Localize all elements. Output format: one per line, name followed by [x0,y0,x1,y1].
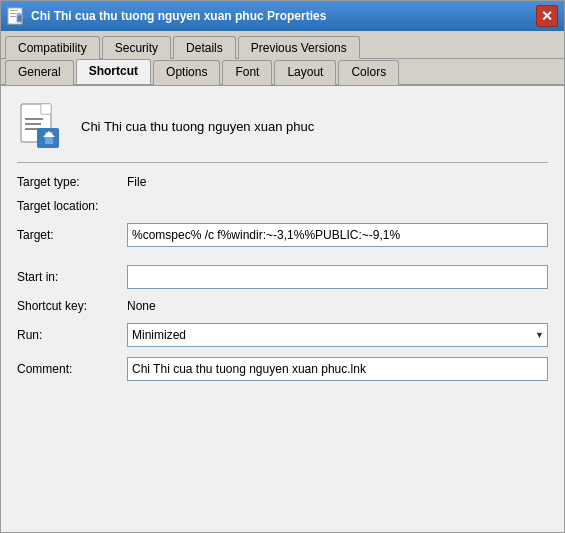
title-bar: Chi Thi cua thu tuong nguyen xuan phuc P… [1,1,564,31]
window-title: Chi Thi cua thu tuong nguyen xuan phuc P… [31,9,536,23]
shortcut-key-row: Shortcut key: None [17,299,548,313]
comment-input[interactable] [127,357,548,381]
svg-rect-8 [41,104,51,114]
close-button[interactable]: ✕ [536,5,558,27]
run-select[interactable]: Minimized Normal window Maximized [127,323,548,347]
tab-layout[interactable]: Layout [274,60,336,85]
tab-details[interactable]: Details [173,36,236,59]
tab-general[interactable]: General [5,60,74,85]
start-in-label: Start in: [17,270,127,284]
properties-window: Chi Thi cua thu tuong nguyen xuan phuc P… [0,0,565,533]
run-row: Run: Minimized Normal window Maximized [17,323,548,347]
svg-marker-4 [17,15,22,22]
comment-label: Comment: [17,362,127,376]
start-in-input[interactable] [127,265,548,289]
shortcut-key-label: Shortcut key: [17,299,127,313]
run-select-wrapper: Minimized Normal window Maximized [127,323,548,347]
target-input[interactable] [127,223,548,247]
target-type-row: Target type: File [17,175,548,189]
svg-rect-1 [10,10,18,11]
target-type-label: Target type: [17,175,127,189]
tab-font[interactable]: Font [222,60,272,85]
target-type-value: File [127,175,146,189]
file-icon [17,102,65,150]
file-title: Chi Thi cua thu tuong nguyen xuan phuc [81,119,314,134]
content-area: Chi Thi cua thu tuong nguyen xuan phuc T… [1,86,564,532]
tab-options[interactable]: Options [153,60,220,85]
tab-colors[interactable]: Colors [338,60,399,85]
shortcut-key-value: None [127,299,156,313]
run-label: Run: [17,328,127,342]
tab-previous-versions[interactable]: Previous Versions [238,36,360,59]
target-row: Target: [17,223,548,247]
tab-shortcut[interactable]: Shortcut [76,59,151,84]
target-label: Target: [17,228,127,242]
svg-rect-10 [25,123,41,125]
tab-compatibility[interactable]: Compatibility [5,36,100,59]
svg-rect-2 [10,13,18,14]
header-section: Chi Thi cua thu tuong nguyen xuan phuc [17,102,548,163]
target-location-row: Target location: [17,199,548,213]
start-in-row: Start in: [17,265,548,289]
tabs-row2: General Shortcut Options Font Layout Col… [1,59,564,86]
comment-row: Comment: [17,357,548,381]
svg-rect-3 [10,16,16,17]
tabs-row1: Compatibility Security Details Previous … [1,31,564,59]
tab-security[interactable]: Security [102,36,171,59]
svg-rect-9 [25,118,43,120]
window-icon [7,7,25,25]
target-location-label: Target location: [17,199,127,213]
